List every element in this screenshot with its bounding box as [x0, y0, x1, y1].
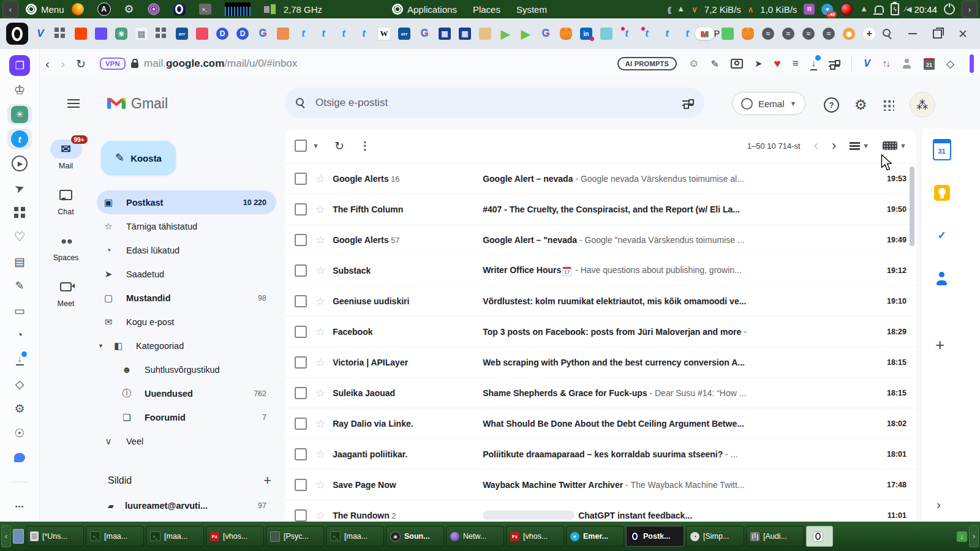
notifications-bell-icon[interactable] [875, 6, 884, 13]
pinned-tab[interactable] [660, 23, 674, 44]
star-icon[interactable] [315, 478, 325, 492]
sidebar-item[interactable] [7, 422, 32, 443]
email-row[interactable]: The Fifth Column #407 - The Cruelty, the… [285, 193, 916, 224]
pinned-tab[interactable] [296, 23, 311, 44]
row-checkbox[interactable] [295, 479, 307, 491]
clock[interactable]: 20:44 [914, 4, 937, 15]
nav-item[interactable]: ▼ ◔ Edasi lükatud [92, 238, 276, 262]
email-row[interactable]: Victoria | APILayer Web scraping with Py… [285, 347, 916, 377]
taskbar-window-button[interactable]: Postk... [626, 526, 684, 547]
refresh-icon[interactable] [334, 139, 344, 153]
pinned-tab[interactable] [33, 23, 48, 44]
pinned-tab[interactable] [336, 23, 351, 44]
pinned-tab[interactable] [154, 23, 169, 44]
nav-item[interactable]: ▼ ▢ Mustandid 98 [92, 286, 276, 310]
tasks-panel-icon[interactable] [930, 224, 953, 247]
panel-collapse-right-button[interactable]: › [962, 1, 978, 18]
bookmark-heart-icon[interactable] [774, 57, 781, 70]
pinned-tab[interactable]: P [700, 23, 715, 44]
applications-menu-button[interactable]: Menu [26, 4, 64, 15]
nav-item[interactable]: ▼ ◧ Kategooriad [92, 334, 276, 358]
row-checkbox[interactable] [295, 173, 307, 185]
nav-item[interactable]: ▼ ➤ Saadetud [92, 262, 276, 286]
row-checkbox[interactable] [295, 418, 307, 430]
pinned-tab[interactable] [498, 23, 513, 44]
panel-collapse-left-button[interactable]: ‹ [2, 1, 18, 18]
pinned-tab[interactable] [94, 23, 108, 44]
google-apps-grid-icon[interactable] [883, 99, 894, 111]
taskbar-window-button[interactable]: Soun... [386, 526, 444, 547]
sidebar-item[interactable] [7, 276, 32, 296]
taskbar-window-button[interactable] [806, 526, 833, 547]
workspace-pager[interactable] [13, 529, 24, 544]
email-row[interactable]: Jaaganti poliitikar. Poliitikute draamap… [285, 438, 916, 469]
ai-prompts-button[interactable]: AI PROMPTS [617, 57, 677, 70]
pinned-tab[interactable] [599, 23, 614, 44]
email-row[interactable]: Ray Dalio via Linke. What Should Be Done… [285, 408, 916, 438]
row-checkbox[interactable] [295, 326, 307, 338]
trash-applet-icon[interactable] [957, 531, 967, 542]
recording-indicator-icon[interactable] [840, 2, 853, 16]
more-options-icon[interactable] [360, 139, 371, 152]
gears-icon[interactable] [124, 2, 134, 16]
pinned-tab[interactable] [134, 23, 149, 44]
taskbar-window-button[interactable]: [Psyc... [266, 526, 324, 547]
input-tools-selector[interactable]: ▼ [883, 141, 907, 150]
select-dropdown-caret[interactable]: ▼ [312, 142, 319, 149]
search-input[interactable]: Otsige e-postist [315, 97, 673, 109]
sidebar-item[interactable] [7, 153, 32, 174]
star-icon[interactable] [315, 203, 325, 216]
label-item[interactable]: luureamet@arvuti... 97 [92, 495, 285, 517]
density-selector[interactable]: ▼ [850, 142, 869, 150]
taskbar-scroll-right-button[interactable]: › [969, 525, 979, 547]
email-row[interactable]: Save Page Now Wayback Machine Twitter Ar… [285, 469, 916, 500]
sidebar-item[interactable] [7, 104, 32, 125]
nav-item[interactable]: ▼ ❏ Foorumid 7 [92, 405, 276, 429]
star-icon[interactable] [315, 417, 325, 430]
volume-muted-icon[interactable] [906, 5, 907, 13]
row-checkbox[interactable] [295, 509, 307, 522]
star-icon[interactable] [315, 509, 325, 522]
pinned-tab[interactable] [842, 23, 856, 44]
pinned-tab[interactable] [619, 23, 634, 44]
nav-item[interactable]: ▼ ☻ Suhtlusvõrgustikud [92, 358, 276, 381]
sidebar-item[interactable] [7, 202, 32, 223]
search-filters-icon[interactable] [682, 99, 693, 107]
sidebar-item[interactable] [7, 324, 32, 345]
pinned-tab[interactable] [175, 23, 189, 44]
extension-v-icon[interactable]: V [864, 58, 870, 69]
pinned-tab[interactable] [235, 23, 250, 44]
row-checkbox[interactable] [295, 234, 307, 246]
star-icon[interactable] [315, 386, 325, 400]
sidebar-item[interactable] [7, 129, 32, 149]
email-row[interactable]: The Rundown 2 ChatGPT instant feedback..… [285, 500, 916, 522]
pinned-tab[interactable] [215, 23, 230, 44]
rail-item[interactable]: 99+ Mail [50, 140, 82, 170]
tray-app-icon[interactable]: -40 [821, 4, 833, 15]
pinned-tab[interactable] [74, 23, 88, 44]
taskbar-window-button[interactable]: [Audi... [746, 526, 804, 547]
sidebar-item[interactable] [7, 80, 32, 100]
extension-updown-icon[interactable] [882, 58, 891, 69]
searcha-icon[interactable] [97, 2, 111, 16]
sidebar-item[interactable] [7, 398, 32, 419]
vpn-badge[interactable]: VPN [100, 58, 126, 70]
settings-gear-icon[interactable] [854, 97, 867, 113]
email-row[interactable]: Google Alerts 16 Google Alert – nevadaGo… [285, 163, 916, 193]
sidebar-item[interactable] [7, 251, 32, 272]
pinned-tab[interactable] [518, 23, 533, 44]
reading-list-icon[interactable] [793, 58, 799, 70]
star-icon[interactable] [315, 325, 325, 339]
row-checkbox[interactable] [295, 264, 307, 277]
star-icon[interactable] [315, 233, 325, 247]
pinned-tab[interactable] [195, 23, 209, 44]
pinned-tab[interactable] [559, 23, 573, 44]
taskbar-window-button[interactable]: Emer... [566, 526, 624, 547]
pinned-tab[interactable] [761, 23, 775, 44]
star-icon[interactable] [315, 172, 325, 186]
search-icon[interactable] [296, 98, 306, 108]
star-icon[interactable] [315, 294, 325, 308]
battery-icon[interactable] [891, 3, 899, 15]
pinned-tab[interactable] [720, 23, 735, 44]
pinned-tab[interactable] [478, 23, 492, 44]
